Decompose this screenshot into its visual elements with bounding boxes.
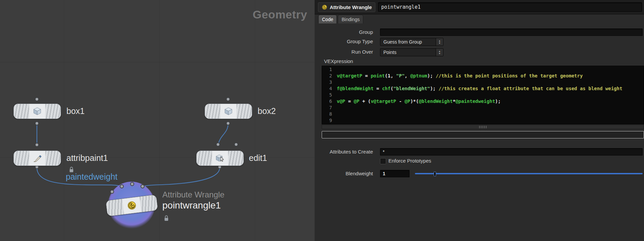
node-box2[interactable]: [205, 104, 252, 119]
attributes-to-create-input[interactable]: [380, 148, 643, 156]
blendweight-input[interactable]: [380, 170, 410, 177]
attributes-to-create-label: Attributes to Create: [315, 148, 373, 156]
node-flag-right[interactable]: [140, 195, 158, 212]
node-flag-left[interactable]: [205, 104, 220, 119]
code-lines: v@targetP = point(1, "P", @ptnum); //thi…: [335, 66, 644, 124]
group-label: Group: [315, 28, 373, 36]
node-label-box2: box2: [258, 106, 276, 116]
node-flag-right[interactable]: [228, 151, 244, 166]
node-box1[interactable]: [13, 104, 61, 119]
node-flag-left[interactable]: [14, 104, 29, 119]
group-input[interactable]: [380, 28, 643, 36]
group-type-label: Group Type: [315, 38, 373, 45]
node-flag-left[interactable]: [197, 151, 212, 166]
spinner-arrows-icon[interactable]: ▲▼: [436, 49, 443, 56]
parameter-pane: Attribute Wrangle Code Bindings Group Gr…: [315, 0, 644, 241]
blendweight-slider[interactable]: [415, 170, 643, 177]
connector-dot[interactable]: [141, 184, 145, 188]
network-editor[interactable]: Geometry: [0, 0, 315, 241]
tab-code[interactable]: Code: [318, 15, 337, 23]
code-gutter: 123456789: [322, 66, 335, 124]
houdini-window: Geometry: [0, 0, 644, 241]
lock-icon: [163, 215, 169, 222]
run-over-value: Points: [380, 49, 436, 56]
slider-handle[interactable]: [434, 172, 436, 176]
node-edit1[interactable]: [196, 150, 244, 166]
node-label-pointwrangle1: pointwrangle1: [162, 200, 221, 211]
node-flag-left[interactable]: [14, 151, 29, 166]
node-name-input[interactable]: [378, 2, 642, 12]
editor-resize-bar[interactable]: [322, 125, 644, 129]
vexpression-label: VEXpression: [324, 58, 353, 65]
node-attribpaint1[interactable]: [13, 150, 61, 166]
connector-dot[interactable]: [120, 184, 124, 188]
connector-dot[interactable]: [216, 142, 220, 146]
node-type-label: Attribute Wrangle: [330, 4, 372, 10]
node-flag-right[interactable]: [45, 151, 61, 166]
connector-dot[interactable]: [35, 143, 39, 147]
connector-dot[interactable]: [110, 190, 114, 194]
resize-grip-icon[interactable]: [479, 126, 487, 128]
connector-dot[interactable]: [130, 182, 134, 186]
box-icon: [220, 104, 236, 119]
group-type-select[interactable]: Guess from Group ▲▼: [380, 38, 443, 46]
node-flag-left[interactable]: [106, 199, 124, 216]
wrangle-icon: [122, 197, 141, 214]
wrangle-icon: [321, 4, 328, 10]
connector-dot[interactable]: [226, 97, 230, 101]
node-label-edit1: edit1: [249, 153, 267, 163]
parameter-tabs: Code Bindings: [318, 15, 363, 23]
expression-bar[interactable]: [322, 131, 644, 138]
node-type-label-pointwrangle1: Attribute Wrangle: [162, 190, 224, 199]
enforce-prototypes-checkbox[interactable]: [380, 158, 386, 164]
tab-bindings[interactable]: Bindings: [338, 15, 363, 23]
connector-dot[interactable]: [35, 121, 39, 125]
blendweight-label: Blendweight: [315, 170, 373, 177]
spinner-arrows-icon[interactable]: ▲▼: [436, 38, 443, 46]
box-icon: [29, 104, 45, 119]
node-label-attribpaint1: attribpaint1: [66, 153, 108, 163]
connector-dot[interactable]: [234, 142, 238, 146]
node-flag-right[interactable]: [45, 104, 61, 119]
paintbrush-icon: [29, 151, 45, 166]
node-label-box1: box1: [66, 106, 85, 116]
connector-dot[interactable]: [35, 97, 39, 101]
vexpression-code-editor[interactable]: 123456789 v@targetP = point(1, "P", @ptn…: [322, 66, 644, 124]
wire-label-paintedweight: paintedweight: [66, 172, 117, 182]
node-type-chip[interactable]: Attribute Wrangle: [318, 2, 375, 12]
edit-cube-icon: [212, 151, 228, 166]
node-flag-right[interactable]: [236, 104, 252, 119]
slider-track[interactable]: [415, 173, 643, 174]
run-over-label: Run Over: [315, 48, 373, 56]
connector-dot[interactable]: [226, 121, 230, 125]
group-type-value: Guess from Group: [380, 38, 436, 46]
parameter-header: Attribute Wrangle: [315, 0, 644, 14]
run-over-select[interactable]: Points ▲▼: [380, 48, 443, 56]
enforce-prototypes-label: Enforce Prototypes: [388, 157, 431, 165]
